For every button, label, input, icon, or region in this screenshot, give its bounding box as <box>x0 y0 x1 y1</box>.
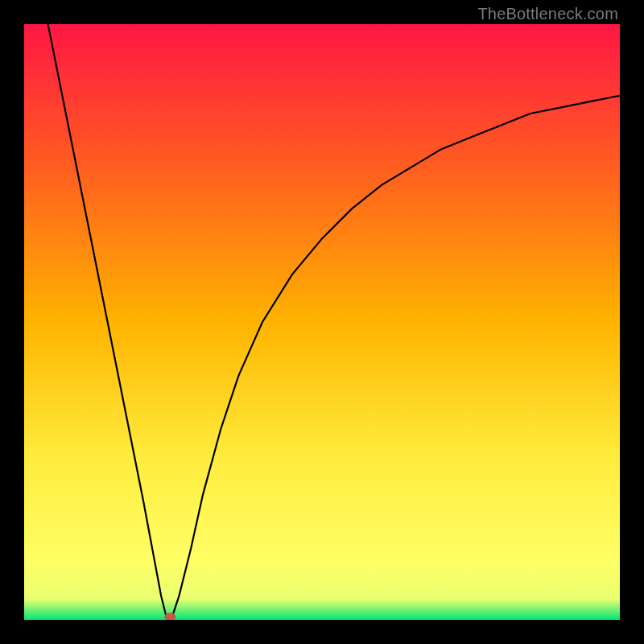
chart-frame <box>24 24 620 620</box>
watermark-text: TheBottleneck.com <box>477 5 618 23</box>
bottleneck-chart <box>24 24 620 620</box>
